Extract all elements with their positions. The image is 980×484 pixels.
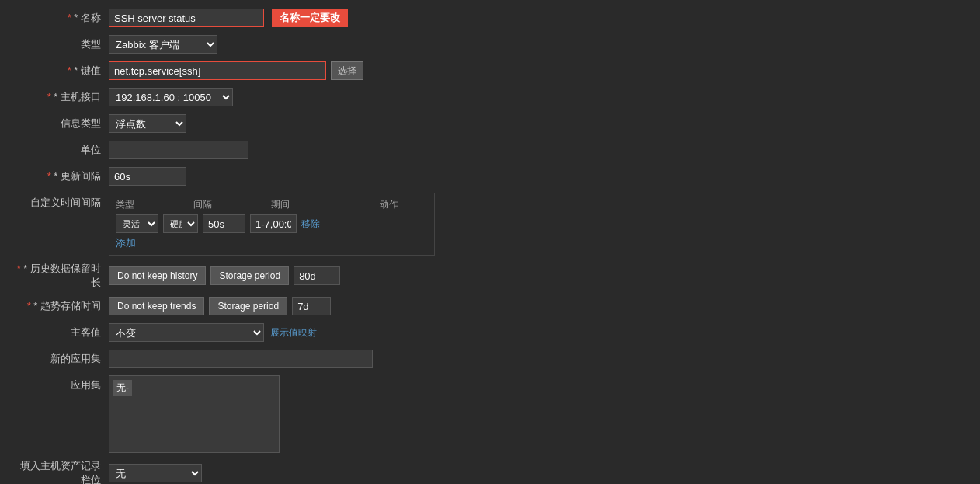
- trend-storage-row: Do not keep trends Storage period: [109, 297, 331, 315]
- history-storage-button[interactable]: Storage period: [210, 266, 289, 285]
- custom-interval-section: 类型 间隔 期间 动作 灵活 硬度 移除 添加: [109, 193, 435, 256]
- unit-label: 单位: [16, 143, 109, 157]
- ci-action-header: 动作: [380, 198, 398, 211]
- value-map-link[interactable]: 展示值映射: [270, 326, 317, 339]
- key-label: * * 键值: [16, 64, 109, 78]
- app-list-item: 无-: [113, 380, 132, 396]
- ci-type-select[interactable]: 灵活: [116, 214, 158, 233]
- info-type-label: 信息类型: [16, 117, 109, 131]
- name-label-text: * 名称: [74, 12, 101, 23]
- app-row: 应用集 无-: [16, 375, 964, 453]
- type-select[interactable]: Zabbix 客户端: [109, 35, 217, 54]
- ci-add-row: 添加: [116, 236, 428, 250]
- host-inventory-label: 填入主机资产记录栏位: [16, 459, 109, 484]
- update-interval-input[interactable]: [109, 167, 186, 186]
- form-container: * * 名称 名称一定要改 类型 Zabbix 客户端 * * 键值 选择 * …: [0, 0, 980, 484]
- ci-type-header: 类型: [116, 198, 178, 211]
- history-no-keep-button[interactable]: Do not keep history: [109, 266, 206, 285]
- ci-period-header: 间隔: [193, 198, 255, 211]
- type-row: 类型 Zabbix 客户端: [16, 34, 964, 54]
- history-label: * * 历史数据保留时长: [16, 262, 109, 290]
- host-interface-row: * * 主机接口 192.168.1.60 : 10050: [16, 87, 964, 107]
- type-label: 类型: [16, 37, 109, 51]
- key-row: * * 键值 选择: [16, 61, 964, 81]
- unit-input[interactable]: [109, 141, 248, 159]
- new-app-label: 新的应用集: [16, 352, 109, 366]
- trend-label: * * 趋势存储时间: [16, 299, 109, 313]
- value-map-row: 主客值 不变 展示值映射: [16, 322, 964, 343]
- history-storage-row: Do not keep history Storage period: [109, 266, 340, 285]
- trend-value-input[interactable]: [292, 297, 331, 315]
- new-app-input[interactable]: [109, 350, 373, 368]
- unit-row: 单位: [16, 140, 964, 160]
- host-inventory-select[interactable]: 无: [109, 464, 202, 482]
- name-warning: 名称一定要改: [272, 9, 348, 27]
- name-required-star: *: [68, 12, 71, 23]
- history-row: * * 历史数据保留时长 Do not keep history Storage…: [16, 262, 964, 290]
- host-interface-label: * * 主机接口: [16, 90, 109, 104]
- custom-interval-row: 自定义时间间隔 类型 间隔 期间 动作 灵活 硬度 移除 添加: [16, 193, 964, 256]
- trend-row: * * 趋势存储时间 Do not keep trends Storage pe…: [16, 296, 964, 316]
- name-input[interactable]: [109, 9, 264, 27]
- info-type-row: 信息类型 浮点数: [16, 113, 964, 134]
- key-select-button[interactable]: 选择: [331, 61, 363, 80]
- name-row: * * 名称 名称一定要改: [16, 8, 964, 28]
- ci-subtype-select[interactable]: 硬度: [163, 214, 198, 233]
- trend-storage-button[interactable]: Storage period: [209, 297, 287, 315]
- custom-interval-label: 自定义时间间隔: [16, 193, 109, 210]
- ci-add-link[interactable]: 添加: [116, 237, 136, 249]
- new-app-row: 新的应用集: [16, 349, 964, 369]
- ci-period-input[interactable]: [203, 214, 245, 233]
- ci-time-input[interactable]: [250, 214, 297, 233]
- key-input[interactable]: [109, 61, 326, 80]
- update-interval-label: * * 更新间隔: [16, 169, 109, 183]
- ci-remove-link[interactable]: 移除: [301, 218, 320, 231]
- app-label: 应用集: [16, 375, 109, 392]
- update-interval-row: * * 更新间隔: [16, 166, 964, 186]
- info-type-select[interactable]: 浮点数: [109, 114, 186, 133]
- value-map-select[interactable]: 不变: [109, 323, 264, 342]
- host-interface-select[interactable]: 192.168.1.60 : 10050: [109, 88, 233, 106]
- app-list-box[interactable]: 无-: [109, 375, 280, 453]
- value-map-label: 主客值: [16, 326, 109, 339]
- history-value-input[interactable]: [294, 266, 340, 285]
- trend-no-keep-button[interactable]: Do not keep trends: [109, 297, 204, 315]
- ci-time-header: 期间: [271, 198, 364, 211]
- host-inventory-row: 填入主机资产记录栏位 无: [16, 459, 964, 484]
- custom-interval-data-row: 灵活 硬度 移除: [116, 214, 428, 233]
- custom-interval-header: 类型 间隔 期间 动作: [116, 198, 428, 211]
- name-label: * * 名称: [16, 11, 109, 25]
